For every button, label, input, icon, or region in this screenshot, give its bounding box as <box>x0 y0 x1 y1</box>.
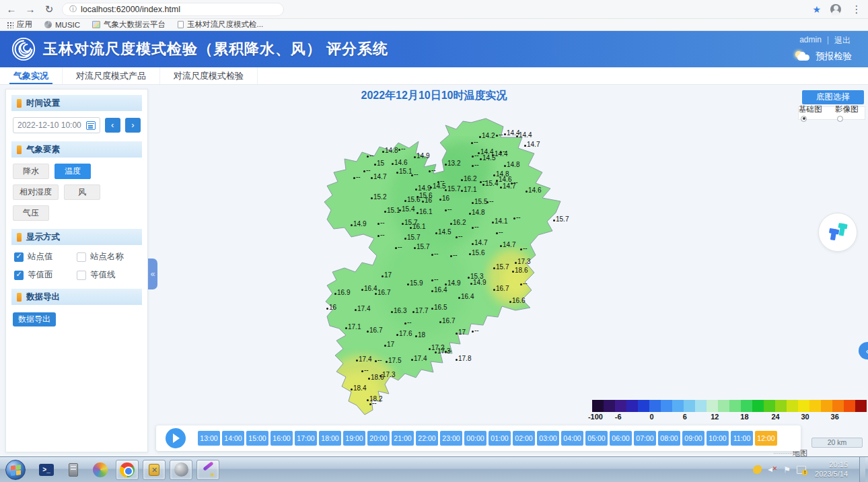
legend-color-segment <box>718 400 729 412</box>
time-step-button[interactable]: 22:00 <box>416 431 438 446</box>
bookmark-item[interactable]: 应用 <box>7 20 32 30</box>
browser-menu-icon[interactable]: ⋮ <box>851 3 863 15</box>
section-marker-icon <box>17 233 22 242</box>
time-step-button[interactable]: 23:00 <box>440 431 462 446</box>
time-step-button[interactable]: 21:00 <box>392 431 414 446</box>
time-step-button[interactable]: 07:00 <box>634 431 656 446</box>
panel-expand-chevron[interactable]: ‹ <box>859 342 868 359</box>
start-button[interactable] <box>5 460 26 480</box>
play-button[interactable] <box>166 428 186 448</box>
time-step-button[interactable]: 04:00 <box>561 431 583 446</box>
time-step-button[interactable]: 05:00 <box>585 431 608 446</box>
basemap-select-button[interactable]: 底图选择 <box>802 90 864 104</box>
logout-link[interactable]: 退出 <box>834 35 851 46</box>
basemap-option[interactable]: 基础图 <box>799 104 828 123</box>
forecast-check-label: 预报检验 <box>816 50 852 63</box>
element-button[interactable]: 降水 <box>13 164 49 179</box>
vendor-logo-icon <box>826 220 850 244</box>
data-export-button[interactable]: 数据导出 <box>13 312 56 326</box>
legend-tick-label: 24 <box>771 413 779 421</box>
time-step-button[interactable]: 06:00 <box>610 431 632 446</box>
legend-color-segment <box>684 400 695 412</box>
tab-item[interactable]: 对流尺度模式产品 <box>63 67 160 84</box>
network-warning-icon[interactable] <box>797 466 806 474</box>
bookmark-item[interactable]: 气象大数据云平台 <box>92 20 166 30</box>
legend-color-segment <box>787 400 798 412</box>
bookmark-favicon <box>92 21 100 28</box>
taskbar-globe-app[interactable] <box>170 460 192 480</box>
time-step-button[interactable]: 09:00 <box>682 431 704 446</box>
display-option[interactable]: 站点名称 <box>77 251 139 263</box>
time-step-button[interactable]: 18:00 <box>319 431 341 446</box>
sidebar-collapse-button[interactable]: « <box>148 259 157 289</box>
action-center-flag-icon[interactable]: ⚑ <box>783 465 791 475</box>
checkbox-checked-icon[interactable] <box>14 271 24 280</box>
show-desktop-button[interactable] <box>859 457 865 482</box>
section-elements: 气象要素 <box>11 141 142 158</box>
radio-icon[interactable] <box>801 116 807 122</box>
time-step-button[interactable]: 12:00 <box>755 431 777 446</box>
region-map[interactable] <box>316 113 572 423</box>
reload-icon[interactable]: ↻ <box>43 3 55 15</box>
taskbar-browser[interactable] <box>89 460 112 480</box>
checkbox-unchecked-icon[interactable] <box>77 271 86 280</box>
bookmark-star-icon[interactable]: ★ <box>812 4 821 15</box>
forward-icon[interactable]: → <box>24 3 36 15</box>
element-button[interactable]: 相对湿度 <box>13 184 59 200</box>
tab-item[interactable]: 气象实况 <box>0 67 63 84</box>
taskbar-clock[interactable]: 20:15 2023/5/14 <box>815 460 848 479</box>
legend-tick-label: 30 <box>801 413 809 421</box>
time-step-button[interactable]: 02:00 <box>513 431 535 446</box>
next-time-button[interactable]: › <box>125 118 141 133</box>
taskbar-chrome[interactable] <box>116 460 139 480</box>
display-option[interactable]: 站点值 <box>14 251 77 263</box>
legend-color-segment <box>695 400 707 412</box>
time-step-button[interactable]: 13:00 <box>198 431 220 446</box>
display-option-label: 等值面 <box>28 269 53 281</box>
element-button[interactable]: 温度 <box>55 164 91 179</box>
prev-time-button[interactable]: ‹ <box>105 118 120 133</box>
time-step-button[interactable]: 11:00 <box>731 431 753 446</box>
time-step-button[interactable]: 16:00 <box>270 431 293 446</box>
system-tray: ⚑ 20:15 2023/5/14 <box>753 457 868 482</box>
time-step-button[interactable]: 00:00 <box>464 431 486 446</box>
site-info-icon[interactable]: ⓘ <box>69 4 77 14</box>
taskbar-system-tool[interactable] <box>62 460 85 480</box>
map-vendor-logo[interactable] <box>818 213 857 252</box>
taskbar-database-tool[interactable] <box>143 460 166 480</box>
calendar-icon[interactable] <box>86 121 96 130</box>
temperature-legend: -100-6061218243036 <box>592 400 867 421</box>
time-step-button[interactable]: 10:00 <box>707 431 729 446</box>
legend-color-segment <box>741 400 752 412</box>
legend-colorbar <box>592 400 867 412</box>
checkbox-checked-icon[interactable] <box>14 252 24 262</box>
display-option[interactable]: 等值面 <box>14 269 77 281</box>
time-step-button[interactable]: 19:00 <box>343 431 365 446</box>
time-step-button[interactable]: 01:00 <box>489 431 511 446</box>
datetime-input[interactable]: 2022-12-10 10:00 <box>13 117 100 133</box>
time-step-button[interactable]: 08:00 <box>658 431 680 446</box>
time-step-button[interactable]: 03:00 <box>537 431 559 446</box>
tab-item[interactable]: 对流尺度模式检验 <box>160 67 258 84</box>
time-step-button[interactable]: 15:00 <box>246 431 268 446</box>
time-step-button[interactable]: 17:00 <box>295 431 317 446</box>
checkbox-unchecked-icon[interactable] <box>77 252 86 262</box>
time-step-button[interactable]: 20:00 <box>367 431 390 446</box>
basemap-option[interactable]: 影像图 <box>835 104 865 123</box>
volume-muted-icon[interactable] <box>768 466 777 474</box>
address-bar[interactable]: ⓘ localhost:62000/index.html <box>62 3 284 16</box>
taskbar-powershell[interactable]: >_ <box>35 460 58 480</box>
back-icon[interactable]: ← <box>5 3 17 15</box>
bookmark-item[interactable]: 玉林对流尺度模式检... <box>178 20 263 30</box>
element-button[interactable]: 气压 <box>13 205 49 221</box>
forecast-check-button[interactable]: 预报检验 <box>794 50 852 63</box>
display-option[interactable]: 等值线 <box>77 269 139 281</box>
radio-icon[interactable] <box>837 116 843 122</box>
browser-profile-avatar[interactable] <box>830 4 841 15</box>
bookmark-item[interactable]: MUSIC <box>44 21 80 29</box>
time-step-button[interactable]: 14:00 <box>222 431 244 446</box>
taskbar-annotate-app[interactable] <box>196 460 219 480</box>
element-button[interactable]: 风 <box>64 184 100 200</box>
ime-tray-icon[interactable] <box>753 465 762 474</box>
map-scale: 20 km <box>811 438 863 448</box>
